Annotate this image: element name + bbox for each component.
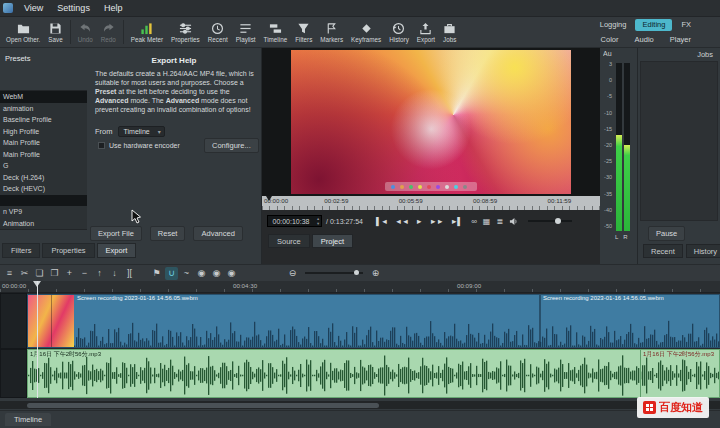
tab-properties[interactable]: Properties [42, 243, 94, 258]
volume-icon[interactable] [509, 217, 518, 226]
advanced-button[interactable]: Advanced [193, 226, 242, 241]
volume-slider-knob[interactable] [555, 218, 561, 224]
layout-audio-button[interactable]: Audio [628, 34, 661, 46]
keyframes-button[interactable]: Keyframes [347, 17, 385, 47]
jobs-button[interactable]: Jobs [439, 17, 460, 47]
save-button[interactable]: Save [44, 17, 66, 47]
timeline-zoom-slider[interactable] [305, 272, 363, 274]
peak-meter-button[interactable]: Peak Meter [127, 17, 167, 47]
filters-button[interactable]: Filters [291, 17, 316, 47]
lift-icon[interactable]: ↑ [93, 267, 106, 280]
timeline-dock-tab[interactable]: Timeline [5, 413, 51, 426]
volume-slider[interactable] [528, 220, 572, 222]
markers-button[interactable]: Markers [316, 17, 347, 47]
preset-item[interactable]: Main Profile [0, 149, 87, 161]
timeline-ruler[interactable]: 00:00:0000:04:3000:09:00 [0, 281, 720, 293]
marker-icon[interactable]: ⚑ [150, 267, 163, 280]
ripple-all-tracks-icon[interactable]: ◉ [210, 267, 223, 280]
pause-button[interactable]: Pause [648, 226, 685, 241]
preset-item[interactable]: Baseline Profile [0, 114, 87, 126]
hardware-encoder-checkbox[interactable] [98, 142, 105, 149]
tab-filters[interactable]: Filters [2, 243, 40, 258]
preset-item[interactable]: Animation [0, 218, 87, 230]
menu-view[interactable]: View [17, 2, 50, 14]
tab-history[interactable]: History [686, 244, 720, 258]
copy-icon[interactable]: ❏ [33, 267, 46, 280]
paste-icon[interactable]: ❐ [48, 267, 61, 280]
export-button[interactable]: Export [413, 17, 439, 47]
zoom-out-icon[interactable]: ⊖ [286, 267, 299, 280]
timeline-button[interactable]: Timeline [260, 17, 292, 47]
skip-to-end-button[interactable]: ►▌ [450, 217, 462, 226]
split-icon[interactable]: ][ [123, 267, 136, 280]
quickly-fast-forward-button[interactable]: ►► [430, 217, 444, 226]
skip-to-start-button[interactable]: ▌◄ [376, 217, 388, 226]
hardware-encoder-label: Use hardware encoder [109, 142, 180, 149]
snap-icon[interactable]: ∪ [165, 267, 178, 280]
properties-button[interactable]: Properties [167, 17, 204, 47]
zoom-in-icon[interactable]: ⊕ [369, 267, 382, 280]
time-spinner-arrows[interactable]: ▲▼ [316, 217, 320, 227]
preset-item[interactable]: Deck (HEVC) [0, 183, 87, 195]
preset-item[interactable]: Deck (H.264) [0, 172, 87, 184]
preset-item[interactable] [0, 195, 87, 207]
redo-button[interactable]: Redo [97, 17, 120, 47]
preset-item[interactable]: n VP9 [0, 206, 87, 218]
history-button[interactable]: History [385, 17, 413, 47]
layout-player-button[interactable]: Player [663, 34, 698, 46]
overwrite-icon[interactable]: ↓ [108, 267, 121, 280]
playlist-button[interactable]: Playlist [232, 17, 260, 47]
preset-item[interactable]: High Profile [0, 126, 87, 138]
options-icon[interactable]: ≣ [496, 217, 503, 226]
layout-row-1: LoggingEditingFX [591, 17, 698, 32]
menu-help[interactable]: Help [97, 2, 130, 14]
append-icon[interactable]: + [63, 267, 76, 280]
preset-item[interactable]: Main Profile [0, 137, 87, 149]
ripple-delete-icon[interactable]: − [78, 267, 91, 280]
quickly-rewind-button[interactable]: ◄◄ [395, 217, 409, 226]
play-button[interactable]: ► [416, 217, 423, 226]
layout-logging-button[interactable]: Logging [593, 19, 634, 31]
layout-color-button[interactable]: Color [594, 34, 626, 46]
timeline-scrollbar[interactable] [0, 401, 720, 409]
recent-button[interactable]: Recent [204, 17, 232, 47]
tab-export[interactable]: Export [97, 243, 137, 258]
video-preview[interactable] [291, 50, 571, 194]
timeline-playhead[interactable] [37, 281, 38, 398]
scrub-icon[interactable]: ~ [180, 267, 193, 280]
player-time-ruler[interactable]: 00:00:00 00:02:5900:05:5900:08:5900:11:5… [262, 196, 600, 210]
tab-project[interactable]: Project [312, 234, 353, 248]
reset-button[interactable]: Reset [150, 226, 186, 241]
cut-icon[interactable]: ✂ [18, 267, 31, 280]
grid-icon[interactable]: ▦ [483, 217, 491, 226]
player-panel: 00:00:00 00:02:5900:05:5900:08:5900:11:5… [262, 48, 600, 264]
zoom-slider-knob[interactable] [354, 270, 359, 275]
timeline-icon [269, 22, 282, 35]
layout-fx-button[interactable]: FX [674, 19, 698, 31]
loop-icon[interactable]: ∞ [471, 217, 477, 226]
tab-source[interactable]: Source [268, 234, 310, 248]
audio-track-head[interactable] [0, 349, 27, 398]
open-other-button[interactable]: Open Other. [2, 17, 44, 47]
meter-scale-label: -15 [604, 126, 612, 132]
toolbar-button-label: Jobs [443, 36, 456, 43]
undo-button[interactable]: Undo [74, 17, 97, 47]
ripple-markers-icon[interactable]: ◉ [225, 267, 238, 280]
current-time-field[interactable]: 00:00:10:38 ▲▼ [267, 215, 322, 227]
export-file-button[interactable]: Export File [90, 226, 142, 241]
preset-item[interactable]: G [0, 160, 87, 172]
player-playhead[interactable] [266, 196, 272, 201]
timeline-menu-icon[interactable]: ≡ [3, 267, 16, 280]
configure-button[interactable]: Configure... [204, 138, 259, 153]
video-track-head[interactable] [0, 293, 27, 349]
ripple-icon[interactable]: ◉ [195, 267, 208, 280]
jobs-list[interactable] [640, 61, 718, 221]
audio-peak-meter-panel: Au 30-5-10-15-20-25-30-35-40-50 LR [600, 48, 638, 264]
layout-editing-button[interactable]: Editing [635, 19, 672, 31]
from-combobox[interactable]: Timeline▾ [118, 126, 165, 137]
preset-item[interactable]: WebM [0, 91, 87, 103]
menu-settings[interactable]: Settings [50, 2, 97, 14]
preset-item[interactable]: animation [0, 103, 87, 115]
timeline-scrollbar-handle[interactable] [27, 403, 379, 408]
tab-recent[interactable]: Recent [643, 244, 683, 258]
